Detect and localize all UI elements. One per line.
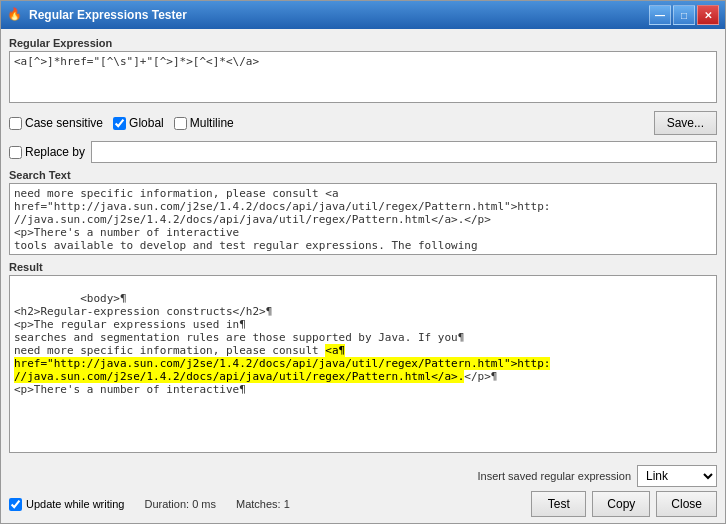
case-sensitive-label: Case sensitive [25, 116, 103, 130]
search-section-label: Search Text [9, 169, 717, 181]
main-window: 🔥 Regular Expressions Tester — □ ✕ Regul… [0, 0, 726, 524]
close-button[interactable]: Close [656, 491, 717, 517]
title-bar: 🔥 Regular Expressions Tester — □ ✕ [1, 1, 725, 29]
result-container[interactable]: <body>¶ <h2>Regular-expression construct… [9, 275, 717, 453]
search-text-container[interactable]: need more specific information, please c… [9, 183, 717, 255]
search-section: Search Text need more specific informati… [9, 169, 717, 255]
insert-select[interactable]: Link [637, 465, 717, 487]
app-icon: 🔥 [7, 7, 23, 23]
close-window-button[interactable]: ✕ [697, 5, 719, 25]
status-row: Update while writing Duration: 0 ms Matc… [9, 498, 525, 511]
regex-section: Regular Expression <a[^>]*href="[^\s"]+"… [9, 37, 717, 103]
replace-input[interactable] [91, 141, 717, 163]
result-section-label: Result [9, 261, 717, 273]
result-content: <body>¶ <h2>Regular-expression construct… [10, 276, 716, 412]
window-title: Regular Expressions Tester [29, 8, 649, 22]
insert-row: Insert saved regular expression Link [9, 465, 717, 487]
replace-label: Replace by [25, 145, 85, 159]
replace-row: Replace by [9, 141, 717, 163]
minimize-button[interactable]: — [649, 5, 671, 25]
search-text-content: need more specific information, please c… [10, 184, 716, 255]
result-section: Result <body>¶ <h2>Regular-expression co… [9, 261, 717, 453]
save-button[interactable]: Save... [654, 111, 717, 135]
global-checkbox[interactable] [113, 117, 126, 130]
duration-label: Duration: 0 ms [144, 498, 216, 510]
replace-checkbox[interactable] [9, 146, 22, 159]
title-bar-buttons: — □ ✕ [649, 5, 719, 25]
maximize-button[interactable]: □ [673, 5, 695, 25]
bottom-bar: Insert saved regular expression Link Upd… [1, 461, 725, 523]
regex-input[interactable]: <a[^>]*href="[^\s"]+"[^>]*>[^<]*<\/a> [9, 51, 717, 103]
global-label: Global [129, 116, 164, 130]
regex-section-label: Regular Expression [9, 37, 717, 49]
case-sensitive-checkbox[interactable] [9, 117, 22, 130]
multiline-option[interactable]: Multiline [174, 116, 234, 130]
result-before: <body>¶ <h2>Regular-expression construct… [14, 292, 464, 357]
main-content: Regular Expression <a[^>]*href="[^\s"]+"… [1, 29, 725, 461]
action-row: Update while writing Duration: 0 ms Matc… [9, 491, 717, 517]
copy-button[interactable]: Copy [592, 491, 650, 517]
replace-option[interactable]: Replace by [9, 145, 85, 159]
insert-label: Insert saved regular expression [478, 470, 631, 482]
options-row: Case sensitive Global Multiline Save... [9, 111, 717, 135]
update-label: Update while writing [26, 498, 124, 510]
matches-label: Matches: 1 [236, 498, 290, 510]
global-option[interactable]: Global [113, 116, 164, 130]
test-button[interactable]: Test [531, 491, 586, 517]
update-checkbox[interactable] [9, 498, 22, 511]
multiline-checkbox[interactable] [174, 117, 187, 130]
case-sensitive-option[interactable]: Case sensitive [9, 116, 103, 130]
update-while-writing-option[interactable]: Update while writing [9, 498, 124, 511]
multiline-label: Multiline [190, 116, 234, 130]
